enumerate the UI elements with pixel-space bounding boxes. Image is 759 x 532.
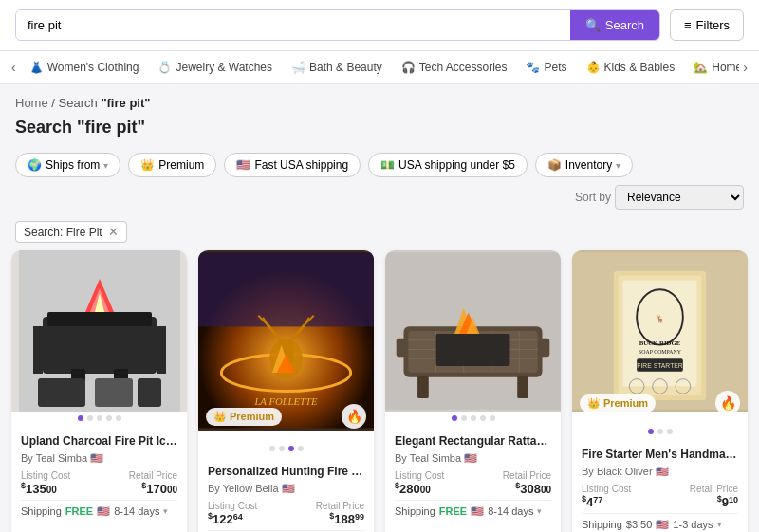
- product-title-0[interactable]: Upland Charcoal Fire Pit Ice Pit ...: [21, 434, 177, 449]
- product-title-2[interactable]: Elegant Rectangular Rattan Fire ...: [395, 434, 551, 449]
- svg-text:FIRE STARTER: FIRE STARTER: [637, 362, 683, 369]
- nav-item-pets[interactable]: 🐾Pets: [516, 51, 576, 83]
- product-dots-0: [11, 412, 187, 423]
- listing-cost-1: Listing Cost $12264: [208, 501, 257, 526]
- nav-prev-button[interactable]: ‹: [8, 54, 20, 81]
- svg-rect-44: [539, 339, 550, 357]
- product-seller-2: By Teal Simba 🇺🇸: [395, 452, 551, 465]
- ships-from-caret: ▾: [103, 160, 108, 171]
- breadcrumb-home[interactable]: Home: [15, 96, 48, 110]
- filter-tags: Search: Fire Pit ✕: [0, 215, 759, 250]
- product-title-1[interactable]: Personalized Hunting Fire Pit Ring: [208, 465, 364, 480]
- retail-price-2: Retail Price $30800: [503, 470, 551, 496]
- filters-button[interactable]: ≡ Filters: [670, 9, 744, 41]
- search-button[interactable]: 🔍 Search: [570, 10, 659, 40]
- search-input[interactable]: [16, 10, 570, 40]
- sort-area: Sort by Relevance Price: Low to High Pri…: [575, 185, 744, 210]
- header: 🔍 Search ≡ Filters: [0, 0, 759, 51]
- product-dots-2: [385, 412, 561, 423]
- product-seller-3: By Black Oliver 🇺🇸: [582, 466, 738, 478]
- product-price-row-3: Listing Cost $477 Retail Price $910: [582, 484, 738, 509]
- retail-price-3: Retail Price $910: [690, 484, 738, 509]
- fast-usa-filter[interactable]: 🇺🇸 Fast USA shipping: [224, 153, 361, 177]
- remove-tag-button[interactable]: ✕: [108, 225, 119, 239]
- fire-badge-1: 🔥: [342, 404, 366, 429]
- product-body-1: Personalized Hunting Fire Pit Ring By Ye…: [198, 453, 374, 532]
- svg-rect-11: [95, 378, 133, 407]
- sort-by-label: Sort by: [575, 191, 611, 204]
- search-icon: 🔍: [585, 18, 601, 32]
- products-section: Upland Charcoal Fire Pit Ice Pit ... By …: [0, 250, 759, 532]
- product-badge-row-3: 👑Premium 🔥: [580, 391, 740, 415]
- product-body-0: Upland Charcoal Fire Pit Ice Pit ... By …: [11, 423, 187, 527]
- shipping-caret-3[interactable]: ▾: [717, 520, 722, 529]
- svg-text:🦌: 🦌: [656, 314, 665, 323]
- nav-next-button[interactable]: ›: [739, 54, 751, 81]
- nav-item-kids[interactable]: 👶Kids & Babies: [577, 51, 685, 83]
- svg-rect-12: [138, 378, 161, 407]
- svg-text:BUCK RIDGE: BUCK RIDGE: [639, 339, 681, 346]
- ships-from-filter[interactable]: 🌍 Ships from ▾: [15, 153, 120, 177]
- product-dots-1: [198, 442, 374, 453]
- product-card-1: LA FOLLETTE 👑Premium 🔥 Personalized Hunt…: [198, 250, 374, 532]
- nav-bar: ‹ 👗Women's Clothing 💍Jewelry & Watches 🛁…: [0, 51, 759, 84]
- svg-rect-42: [517, 376, 528, 398]
- product-placeholder-2: [385, 250, 561, 412]
- svg-rect-14: [198, 253, 374, 327]
- product-title-3[interactable]: Fire Starter Men's Handmade So...: [582, 448, 738, 463]
- product-seller-0: By Teal Simba 🇺🇸: [21, 452, 177, 465]
- product-placeholder-3: 🦌 BUCK RIDGE SOAP COMPANY FIRE STARTER: [572, 250, 748, 412]
- product-price-row-0: Listing Cost $13500 Retail Price $17000: [21, 470, 177, 496]
- product-image-3: 🦌 BUCK RIDGE SOAP COMPANY FIRE STARTER: [572, 250, 748, 412]
- svg-text:SOAP COMPANY: SOAP COMPANY: [639, 349, 682, 355]
- page-title: Search "fire pit": [0, 114, 759, 147]
- listing-cost-0: Listing Cost $13500: [21, 470, 70, 496]
- product-card-2: Elegant Rectangular Rattan Fire ... By T…: [385, 250, 561, 532]
- nav-item-jewelry[interactable]: 💍Jewelry & Watches: [148, 51, 282, 83]
- product-badge-row-1: 👑Premium 🔥: [206, 404, 366, 429]
- svg-rect-43: [397, 339, 408, 357]
- product-card-3: 🦌 BUCK RIDGE SOAP COMPANY FIRE STARTER 👑…: [572, 250, 748, 532]
- nav-item-bath[interactable]: 🛁Bath & Beauty: [282, 51, 392, 83]
- product-placeholder-0: [19, 250, 180, 412]
- shipping-row-0: Shipping FREE 🇺🇸 8-14 days ▾: [21, 500, 177, 518]
- product-image-2: [385, 250, 561, 412]
- premium-badge-3: 👑Premium: [580, 394, 656, 413]
- product-dots-3: [572, 425, 748, 436]
- premium-badge-1: 👑Premium: [206, 408, 282, 426]
- listing-cost-3: Listing Cost $477: [582, 484, 631, 509]
- shipping-caret-2[interactable]: ▾: [537, 506, 542, 516]
- svg-rect-4: [157, 326, 166, 374]
- usa-under5-filter[interactable]: 💵 USA shipping under $5: [368, 153, 528, 177]
- product-card-0: Upland Charcoal Fire Pit Ice Pit ... By …: [11, 250, 187, 532]
- retail-price-0: Retail Price $17000: [129, 470, 177, 496]
- nav-item-tech[interactable]: 🎧Tech Accessories: [392, 51, 517, 83]
- product-body-3: Fire Starter Men's Handmade So... By Bla…: [572, 436, 748, 532]
- active-filter-tag: Search: Fire Pit ✕: [15, 221, 127, 243]
- product-price-row-2: Listing Cost $28000 Retail Price $30800: [395, 470, 551, 496]
- shipping-caret-0[interactable]: ▾: [163, 506, 168, 516]
- filter-icon: ≡: [684, 18, 692, 32]
- nav-items: 👗Women's Clothing 💍Jewelry & Watches 🛁Ba…: [20, 51, 740, 83]
- svg-rect-41: [417, 376, 429, 398]
- nav-item-womens-clothing[interactable]: 👗Women's Clothing: [20, 51, 149, 83]
- svg-rect-37: [436, 334, 510, 366]
- fire-badge-3: 🔥: [715, 391, 740, 415]
- shipping-row-2: Shipping FREE 🇺🇸 8-14 days ▾: [395, 500, 551, 518]
- premium-filter[interactable]: 👑 Premium: [128, 153, 216, 177]
- products-grid: Upland Charcoal Fire Pit Ice Pit ... By …: [11, 250, 748, 532]
- retail-price-1: Retail Price $18899: [316, 501, 364, 526]
- product-price-row-1: Listing Cost $12264 Retail Price $18899: [208, 501, 364, 526]
- product-body-2: Elegant Rectangular Rattan Fire ... By T…: [385, 423, 561, 527]
- filters-row: 🌍 Ships from ▾ 👑 Premium 🇺🇸 Fast USA shi…: [0, 147, 759, 215]
- inventory-filter[interactable]: 📦 Inventory ▾: [535, 153, 633, 177]
- inventory-caret: ▾: [616, 160, 620, 171]
- svg-rect-3: [33, 326, 43, 374]
- breadcrumb: Home / Search "fire pit": [0, 84, 759, 114]
- svg-rect-10: [38, 378, 85, 407]
- listing-cost-2: Listing Cost $28000: [395, 470, 444, 496]
- product-seller-1: By Yellow Bella 🇺🇸: [208, 483, 364, 495]
- nav-item-home-garden[interactable]: 🏡Home & Garden: [684, 51, 739, 83]
- shipping-row-3: Shipping $3.50 🇺🇸 1-3 days ▾: [582, 513, 738, 531]
- sort-select[interactable]: Relevance Price: Low to High Price: High…: [615, 185, 744, 210]
